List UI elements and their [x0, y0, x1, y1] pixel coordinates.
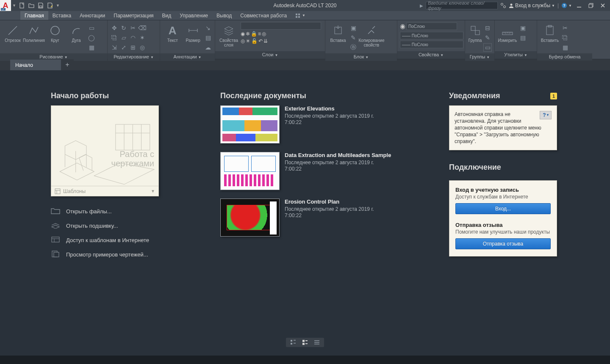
svg-rect-19 — [546, 26, 553, 35]
mirror-icon[interactable]: ▱ — [119, 33, 128, 42]
group-select-icon[interactable]: ▭ — [483, 43, 492, 52]
tab-collab[interactable]: Совместная работа — [236, 11, 291, 20]
panel-props: ◉ ПоСлою —— ПоСлою —— ПоСлою Свойства▼ — [397, 20, 465, 59]
lineweight-dropdown[interactable]: —— ПоСлою — [400, 32, 463, 39]
ungroup-icon[interactable]: ⊟ — [483, 24, 492, 32]
tab-view[interactable]: Вид — [158, 11, 176, 20]
open-icon[interactable] — [28, 2, 35, 9]
cut-icon[interactable]: ✂ — [561, 24, 569, 32]
color-wheel-icon[interactable]: ◉ — [400, 22, 405, 30]
sample-drawings-link[interactable]: Просмотр примеров чертежей... — [51, 247, 220, 262]
cloud-icon[interactable]: ☁ — [204, 43, 212, 52]
text-button[interactable]: AТекст — [163, 22, 183, 43]
polyline-button[interactable]: Полилиния — [24, 22, 44, 43]
ellipse-icon[interactable]: ◯ — [87, 33, 96, 42]
scale-icon[interactable]: ⤢ — [119, 43, 128, 52]
circle-button[interactable]: Круг — [45, 22, 65, 43]
app-menu-dropdown-icon[interactable]: ▼ — [11, 3, 17, 8]
open-sheetset-link[interactable]: Открыть подшивку... — [51, 218, 220, 233]
array-icon[interactable]: ⊞ — [129, 43, 137, 52]
offset-icon[interactable]: ◎ — [138, 43, 147, 52]
search-input[interactable]: Введите ключевое слово/фразу — [426, 2, 498, 9]
dimension-button[interactable]: Размер — [183, 22, 203, 43]
tab-home[interactable]: Главная — [20, 11, 48, 20]
layer-off-icon[interactable]: ◎ — [241, 38, 245, 44]
qat-dropdown-icon[interactable]: ▼ — [55, 3, 61, 8]
tab-manage[interactable]: Управление — [175, 11, 212, 20]
online-templates-link[interactable]: Доступ к шаблонам в Интернете — [51, 233, 220, 247]
help-icon[interactable]: ?▼ — [561, 3, 572, 8]
copy-clip-icon[interactable]: ⿻ — [561, 33, 569, 42]
view-large-icon[interactable] — [302, 339, 308, 345]
group-button[interactable]: Группа — [468, 22, 482, 43]
layer-unlock-icon[interactable]: 🔓 — [251, 38, 258, 44]
copy-icon[interactable]: ⿻ — [110, 33, 119, 42]
layer-merge-icon[interactable]: ⇊ — [263, 38, 268, 44]
layer-freeze-icon[interactable]: ❄ — [246, 31, 250, 37]
tab-annotations[interactable]: Аннотации — [75, 11, 109, 20]
close-button[interactable] — [598, 1, 607, 10]
group-edit-icon[interactable]: ✎ — [483, 33, 492, 42]
quickcalc-icon[interactable]: ▤ — [518, 33, 527, 42]
hatch-icon[interactable]: ▦ — [87, 43, 96, 52]
tab-parametric[interactable]: Параметризация — [109, 11, 158, 20]
recent-doc[interactable]: Exterior Elevations Последнее открытие 2… — [220, 105, 432, 143]
paste-special-icon[interactable]: ▦ — [561, 43, 569, 52]
view-small-icon[interactable] — [290, 339, 296, 345]
attr-icon[interactable]: ⓐ — [349, 43, 358, 52]
tab-featured-apps[interactable]: ▼ — [291, 11, 310, 20]
table-icon[interactable]: ▤ — [204, 33, 212, 42]
file-tab-start[interactable]: Начало — [10, 59, 61, 70]
recent-doc[interactable]: Data Extraction and Multileaders Sample … — [220, 152, 432, 190]
layer-iso-icon[interactable]: ◎ — [262, 31, 266, 37]
minimize-button[interactable] — [574, 1, 584, 10]
insert-block-button[interactable]: Вставка — [328, 22, 348, 43]
paste-button[interactable]: Вставить — [540, 22, 560, 43]
open-files-link[interactable]: Открыть файлы... — [51, 204, 220, 218]
color-swatches[interactable]: ◉ ПоСлою — [400, 22, 462, 30]
rotate-icon[interactable]: ↻ — [119, 24, 128, 32]
signin-big-button[interactable]: Вход... — [455, 203, 551, 214]
layer-thaw-icon[interactable]: ☀ — [246, 38, 250, 44]
erase-icon[interactable]: ⌫ — [138, 24, 147, 32]
send-feedback-button[interactable]: Отправка отзыва — [455, 238, 551, 249]
rect-icon[interactable]: ▭ — [87, 24, 96, 32]
tab-output[interactable]: Вывод — [212, 11, 236, 20]
explode-icon[interactable]: ✶ — [138, 33, 147, 42]
signin-button[interactable]: Вход в службы ▼ — [509, 3, 555, 8]
tab-insert[interactable]: Вставка — [48, 11, 76, 20]
fillet-icon[interactable]: ◠ — [129, 33, 137, 42]
feedback-sub: Помогите нам улучшить наши продукты — [455, 229, 551, 235]
layer-prev-icon[interactable]: ↶ — [258, 38, 263, 44]
app-logo[interactable]: LT — [0, 0, 11, 11]
help-download-icon[interactable]: ?▾ — [540, 111, 552, 119]
move-icon[interactable]: ✥ — [110, 24, 119, 32]
linetype-dropdown[interactable]: —— ПоСлою — [400, 41, 463, 48]
new-icon[interactable] — [18, 2, 26, 9]
saveas-icon[interactable] — [46, 2, 54, 9]
save-icon[interactable] — [37, 2, 44, 9]
new-tab-button[interactable]: + — [61, 59, 74, 70]
layer-match-icon[interactable]: ≡ — [258, 31, 261, 37]
start-drawing-card[interactable]: Работа с чертежами Шаблоны ▼ — [51, 105, 159, 196]
layer-lock-icon[interactable]: 🔒 — [251, 31, 257, 37]
recent-doc[interactable]: Erosion Control Plan Последнее открытие … — [220, 199, 432, 237]
select-all-icon[interactable]: ▣ — [518, 24, 527, 32]
trim-icon[interactable]: ✂ — [129, 24, 137, 32]
line-button[interactable]: Отрезок — [3, 22, 23, 43]
stretch-icon[interactable]: ⇲ — [110, 43, 119, 52]
create-block-icon[interactable]: ▣ — [349, 24, 358, 32]
layer-props-button[interactable]: Свойства слоя — [218, 22, 240, 47]
layer-on-icon[interactable]: ◉ — [241, 31, 245, 37]
leader-icon[interactable]: ↘ — [204, 24, 212, 32]
templates-dropdown[interactable]: Шаблоны ▼ — [51, 186, 158, 196]
exchange-icon[interactable] — [500, 3, 506, 8]
view-list-icon[interactable] — [314, 339, 320, 345]
panel-clip-title: Буфер обмена — [549, 54, 581, 59]
arc-button[interactable]: Дуга — [66, 22, 86, 43]
match-props-button[interactable]: Копирование свойств — [358, 22, 385, 47]
layer-dropdown[interactable] — [241, 22, 321, 30]
edit-block-icon[interactable]: ✎ — [349, 33, 358, 42]
restore-button[interactable] — [586, 1, 596, 10]
measure-button[interactable]: Измерить — [497, 22, 518, 43]
